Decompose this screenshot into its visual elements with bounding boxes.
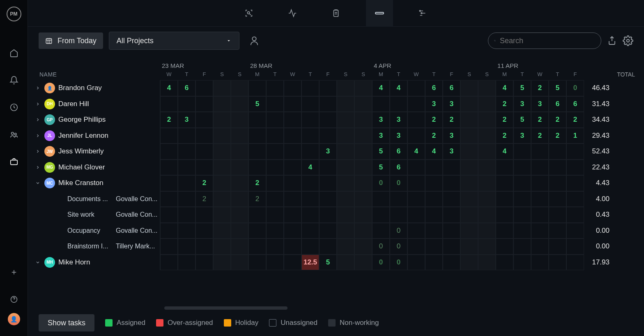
day-cell[interactable] (178, 223, 196, 239)
day-cell[interactable] (178, 160, 196, 176)
day-cell[interactable] (407, 191, 425, 207)
day-cell[interactable] (478, 160, 496, 176)
day-cell[interactable]: 6 (566, 96, 584, 112)
day-cell[interactable] (178, 96, 196, 112)
day-cell[interactable] (266, 128, 284, 144)
day-cell[interactable] (372, 96, 390, 112)
day-cell[interactable] (496, 160, 513, 176)
day-cell[interactable] (231, 112, 248, 128)
bell-icon[interactable] (9, 76, 18, 85)
day-cell[interactable] (284, 239, 301, 255)
day-cell[interactable] (460, 207, 478, 223)
day-cell[interactable] (319, 96, 337, 112)
day-cell[interactable] (354, 128, 372, 144)
search-box[interactable] (488, 32, 601, 49)
chevron-right-icon[interactable] (34, 133, 41, 138)
day-cell[interactable]: 2 (496, 112, 513, 128)
day-cell[interactable] (478, 223, 496, 239)
day-cell[interactable]: 0 (390, 239, 407, 255)
day-cell[interactable]: 0 (390, 175, 407, 191)
day-cell[interactable] (178, 128, 196, 144)
day-cell[interactable] (478, 144, 496, 160)
day-cell[interactable] (319, 160, 337, 176)
day-cell[interactable] (213, 223, 231, 239)
day-cell[interactable] (478, 207, 496, 223)
day-cell[interactable] (531, 175, 549, 191)
day-cell[interactable]: 0 (372, 175, 390, 191)
chevron-right-icon[interactable] (34, 102, 41, 107)
day-cell[interactable] (425, 175, 443, 191)
day-cell[interactable] (160, 128, 178, 144)
day-cell[interactable]: 2 (248, 191, 266, 207)
day-cell[interactable] (531, 239, 549, 255)
day-cell[interactable] (531, 223, 549, 239)
day-cell[interactable] (196, 160, 213, 176)
day-cell[interactable] (460, 191, 478, 207)
day-cell[interactable] (213, 144, 231, 160)
day-cell[interactable]: 4 (390, 80, 407, 96)
day-cell[interactable] (301, 239, 319, 255)
day-cell[interactable] (231, 191, 248, 207)
day-cell[interactable]: 4 (160, 80, 178, 96)
day-cell[interactable] (178, 175, 196, 191)
tab-clipboard-icon[interactable] (322, 0, 350, 27)
day-cell[interactable]: 2 (443, 112, 460, 128)
day-cell[interactable]: 2 (196, 175, 213, 191)
day-cell[interactable]: 3 (178, 112, 196, 128)
day-cell[interactable] (319, 80, 337, 96)
day-cell[interactable] (160, 191, 178, 207)
day-cell[interactable] (284, 80, 301, 96)
day-cell[interactable] (496, 255, 513, 271)
day-cell[interactable] (160, 223, 178, 239)
chevron-right-icon[interactable] (34, 117, 41, 122)
day-cell[interactable] (196, 255, 213, 271)
day-cell[interactable] (460, 96, 478, 112)
day-cell[interactable] (248, 160, 266, 176)
day-cell[interactable] (549, 160, 566, 176)
day-cell[interactable]: 2 (425, 112, 443, 128)
day-cell[interactable] (178, 144, 196, 160)
day-cell[interactable] (337, 112, 354, 128)
day-cell[interactable]: 2 (531, 128, 549, 144)
day-cell[interactable] (407, 175, 425, 191)
day-cell[interactable] (566, 223, 584, 239)
day-cell[interactable] (549, 207, 566, 223)
day-cell[interactable] (549, 239, 566, 255)
day-cell[interactable]: 0 (390, 255, 407, 271)
day-cell[interactable] (460, 128, 478, 144)
day-cell[interactable] (160, 160, 178, 176)
day-cell[interactable] (301, 191, 319, 207)
day-cell[interactable] (266, 160, 284, 176)
day-cell[interactable]: 4 (496, 144, 513, 160)
chevron-down-icon[interactable] (34, 260, 41, 265)
day-cell[interactable] (160, 255, 178, 271)
day-cell[interactable] (496, 191, 513, 207)
day-cell[interactable] (425, 191, 443, 207)
day-cell[interactable] (266, 255, 284, 271)
day-cell[interactable] (213, 96, 231, 112)
day-cell[interactable] (566, 255, 584, 271)
day-cell[interactable] (549, 191, 566, 207)
day-cell[interactable] (549, 144, 566, 160)
day-cell[interactable]: 5 (372, 160, 390, 176)
day-cell[interactable]: 3 (390, 112, 407, 128)
day-cell[interactable] (531, 191, 549, 207)
day-cell[interactable] (407, 223, 425, 239)
day-cell[interactable] (354, 207, 372, 223)
day-cell[interactable] (266, 80, 284, 96)
day-cell[interactable] (284, 128, 301, 144)
day-cell[interactable] (531, 144, 549, 160)
day-cell[interactable] (443, 160, 460, 176)
day-cell[interactable] (284, 112, 301, 128)
day-cell[interactable]: 0 (566, 80, 584, 96)
chevron-right-icon[interactable] (34, 86, 41, 90)
day-cell[interactable] (284, 255, 301, 271)
day-cell[interactable] (513, 160, 531, 176)
day-cell[interactable] (301, 128, 319, 144)
day-cell[interactable] (354, 96, 372, 112)
day-cell[interactable] (354, 160, 372, 176)
day-cell[interactable] (496, 239, 513, 255)
day-cell[interactable] (566, 207, 584, 223)
day-cell[interactable]: 3 (443, 128, 460, 144)
day-cell[interactable] (178, 207, 196, 223)
